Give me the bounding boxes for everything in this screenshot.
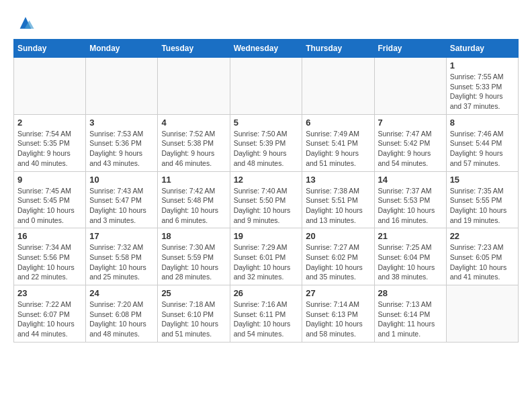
calendar-cell: 21Sunrise: 7:25 AM Sunset: 6:04 PM Dayli… xyxy=(374,228,446,285)
calendar-cell: 8Sunrise: 7:46 AM Sunset: 5:44 PM Daylig… xyxy=(446,114,518,171)
calendar-week-row: 1Sunrise: 7:55 AM Sunset: 5:33 PM Daylig… xyxy=(14,58,519,115)
calendar-cell xyxy=(230,58,302,115)
day-info: Sunrise: 7:45 AM Sunset: 5:45 PM Dayligh… xyxy=(17,186,82,226)
day-number: 5 xyxy=(234,118,299,128)
calendar-cell: 27Sunrise: 7:14 AM Sunset: 6:13 PM Dayli… xyxy=(302,285,374,342)
page-header xyxy=(13,13,519,32)
calendar-cell: 13Sunrise: 7:38 AM Sunset: 5:51 PM Dayli… xyxy=(302,171,374,228)
day-info: Sunrise: 7:49 AM Sunset: 5:41 PM Dayligh… xyxy=(306,129,370,169)
day-info: Sunrise: 7:29 AM Sunset: 6:01 PM Dayligh… xyxy=(234,242,299,282)
day-number: 24 xyxy=(89,288,154,298)
day-number: 13 xyxy=(306,175,370,185)
calendar-cell: 15Sunrise: 7:35 AM Sunset: 5:55 PM Dayli… xyxy=(446,171,518,228)
weekday-header-tuesday: Tuesday xyxy=(158,40,230,58)
calendar-cell: 14Sunrise: 7:37 AM Sunset: 5:53 PM Dayli… xyxy=(374,171,446,228)
day-number: 10 xyxy=(89,175,154,185)
calendar-cell: 24Sunrise: 7:20 AM Sunset: 6:08 PM Dayli… xyxy=(86,285,158,342)
calendar-cell: 18Sunrise: 7:30 AM Sunset: 5:59 PM Dayli… xyxy=(158,228,230,285)
weekday-header-sunday: Sunday xyxy=(14,40,86,58)
day-number: 23 xyxy=(17,288,82,298)
day-number: 28 xyxy=(378,288,443,298)
day-number: 8 xyxy=(450,118,515,128)
calendar-cell: 28Sunrise: 7:13 AM Sunset: 6:14 PM Dayli… xyxy=(374,285,446,342)
day-number: 26 xyxy=(234,288,299,298)
day-info: Sunrise: 7:53 AM Sunset: 5:36 PM Dayligh… xyxy=(89,129,154,169)
day-number: 6 xyxy=(306,118,370,128)
calendar-cell: 20Sunrise: 7:27 AM Sunset: 6:02 PM Dayli… xyxy=(302,228,374,285)
calendar-cell xyxy=(302,58,374,115)
calendar-cell: 11Sunrise: 7:42 AM Sunset: 5:48 PM Dayli… xyxy=(158,171,230,228)
calendar-cell: 17Sunrise: 7:32 AM Sunset: 5:58 PM Dayli… xyxy=(86,228,158,285)
day-number: 2 xyxy=(17,118,82,128)
calendar-table: SundayMondayTuesdayWednesdayThursdayFrid… xyxy=(13,39,519,342)
calendar-cell: 19Sunrise: 7:29 AM Sunset: 6:01 PM Dayli… xyxy=(230,228,302,285)
day-number: 27 xyxy=(306,288,370,298)
day-number: 25 xyxy=(161,288,226,298)
day-number: 19 xyxy=(234,231,299,241)
day-info: Sunrise: 7:42 AM Sunset: 5:48 PM Dayligh… xyxy=(161,186,226,226)
day-info: Sunrise: 7:22 AM Sunset: 6:07 PM Dayligh… xyxy=(17,300,82,339)
calendar-cell: 1Sunrise: 7:55 AM Sunset: 5:33 PM Daylig… xyxy=(446,58,518,115)
day-info: Sunrise: 7:35 AM Sunset: 5:55 PM Dayligh… xyxy=(450,186,515,226)
day-info: Sunrise: 7:50 AM Sunset: 5:39 PM Dayligh… xyxy=(234,129,299,169)
calendar-cell: 12Sunrise: 7:40 AM Sunset: 5:50 PM Dayli… xyxy=(230,171,302,228)
weekday-header-friday: Friday xyxy=(374,40,446,58)
day-info: Sunrise: 7:40 AM Sunset: 5:50 PM Dayligh… xyxy=(234,186,299,226)
calendar-cell: 10Sunrise: 7:43 AM Sunset: 5:47 PM Dayli… xyxy=(86,171,158,228)
calendar-cell: 23Sunrise: 7:22 AM Sunset: 6:07 PM Dayli… xyxy=(14,285,86,342)
day-number: 11 xyxy=(161,175,226,185)
day-info: Sunrise: 7:13 AM Sunset: 6:14 PM Dayligh… xyxy=(378,300,443,339)
day-info: Sunrise: 7:37 AM Sunset: 5:53 PM Dayligh… xyxy=(378,186,443,226)
calendar-cell: 25Sunrise: 7:18 AM Sunset: 6:10 PM Dayli… xyxy=(158,285,230,342)
logo xyxy=(13,13,35,32)
day-info: Sunrise: 7:27 AM Sunset: 6:02 PM Dayligh… xyxy=(306,242,370,282)
day-number: 16 xyxy=(17,231,82,241)
day-info: Sunrise: 7:47 AM Sunset: 5:42 PM Dayligh… xyxy=(378,129,443,169)
calendar-cell: 16Sunrise: 7:34 AM Sunset: 5:56 PM Dayli… xyxy=(14,228,86,285)
day-info: Sunrise: 7:52 AM Sunset: 5:38 PM Dayligh… xyxy=(161,129,226,169)
day-number: 7 xyxy=(378,118,443,128)
day-number: 18 xyxy=(161,231,226,241)
calendar-cell: 26Sunrise: 7:16 AM Sunset: 6:11 PM Dayli… xyxy=(230,285,302,342)
weekday-header-monday: Monday xyxy=(86,40,158,58)
day-info: Sunrise: 7:20 AM Sunset: 6:08 PM Dayligh… xyxy=(89,300,154,339)
day-info: Sunrise: 7:16 AM Sunset: 6:11 PM Dayligh… xyxy=(234,300,299,339)
day-info: Sunrise: 7:23 AM Sunset: 6:05 PM Dayligh… xyxy=(450,242,515,282)
day-info: Sunrise: 7:54 AM Sunset: 5:35 PM Dayligh… xyxy=(17,129,82,169)
day-info: Sunrise: 7:34 AM Sunset: 5:56 PM Dayligh… xyxy=(17,242,82,282)
day-info: Sunrise: 7:43 AM Sunset: 5:47 PM Dayligh… xyxy=(89,186,154,226)
day-number: 14 xyxy=(378,175,443,185)
day-number: 1 xyxy=(450,60,515,71)
calendar-cell: 6Sunrise: 7:49 AM Sunset: 5:41 PM Daylig… xyxy=(302,114,374,171)
calendar-cell: 22Sunrise: 7:23 AM Sunset: 6:05 PM Dayli… xyxy=(446,228,518,285)
day-info: Sunrise: 7:46 AM Sunset: 5:44 PM Dayligh… xyxy=(450,129,515,169)
calendar-cell xyxy=(374,58,446,115)
day-info: Sunrise: 7:55 AM Sunset: 5:33 PM Dayligh… xyxy=(450,72,515,111)
calendar-week-row: 9Sunrise: 7:45 AM Sunset: 5:45 PM Daylig… xyxy=(14,171,519,228)
day-info: Sunrise: 7:38 AM Sunset: 5:51 PM Dayligh… xyxy=(306,186,370,226)
calendar-cell: 4Sunrise: 7:52 AM Sunset: 5:38 PM Daylig… xyxy=(158,114,230,171)
day-info: Sunrise: 7:14 AM Sunset: 6:13 PM Dayligh… xyxy=(306,300,370,339)
weekday-header-saturday: Saturday xyxy=(446,40,518,58)
logo-icon xyxy=(16,13,35,32)
day-number: 12 xyxy=(234,175,299,185)
day-info: Sunrise: 7:30 AM Sunset: 5:59 PM Dayligh… xyxy=(161,242,226,282)
day-number: 22 xyxy=(450,231,515,241)
calendar-week-row: 16Sunrise: 7:34 AM Sunset: 5:56 PM Dayli… xyxy=(14,228,519,285)
calendar-cell: 7Sunrise: 7:47 AM Sunset: 5:42 PM Daylig… xyxy=(374,114,446,171)
day-info: Sunrise: 7:32 AM Sunset: 5:58 PM Dayligh… xyxy=(89,242,154,282)
day-number: 4 xyxy=(161,118,226,128)
day-number: 17 xyxy=(89,231,154,241)
day-number: 20 xyxy=(306,231,370,241)
calendar-week-row: 23Sunrise: 7:22 AM Sunset: 6:07 PM Dayli… xyxy=(14,285,519,342)
day-number: 15 xyxy=(450,175,515,185)
day-number: 9 xyxy=(17,175,82,185)
day-number: 3 xyxy=(89,118,154,128)
calendar-cell xyxy=(158,58,230,115)
day-info: Sunrise: 7:25 AM Sunset: 6:04 PM Dayligh… xyxy=(378,242,443,282)
day-number: 21 xyxy=(378,231,443,241)
calendar-cell: 2Sunrise: 7:54 AM Sunset: 5:35 PM Daylig… xyxy=(14,114,86,171)
calendar-cell: 9Sunrise: 7:45 AM Sunset: 5:45 PM Daylig… xyxy=(14,171,86,228)
calendar-cell: 5Sunrise: 7:50 AM Sunset: 5:39 PM Daylig… xyxy=(230,114,302,171)
calendar-cell: 3Sunrise: 7:53 AM Sunset: 5:36 PM Daylig… xyxy=(86,114,158,171)
